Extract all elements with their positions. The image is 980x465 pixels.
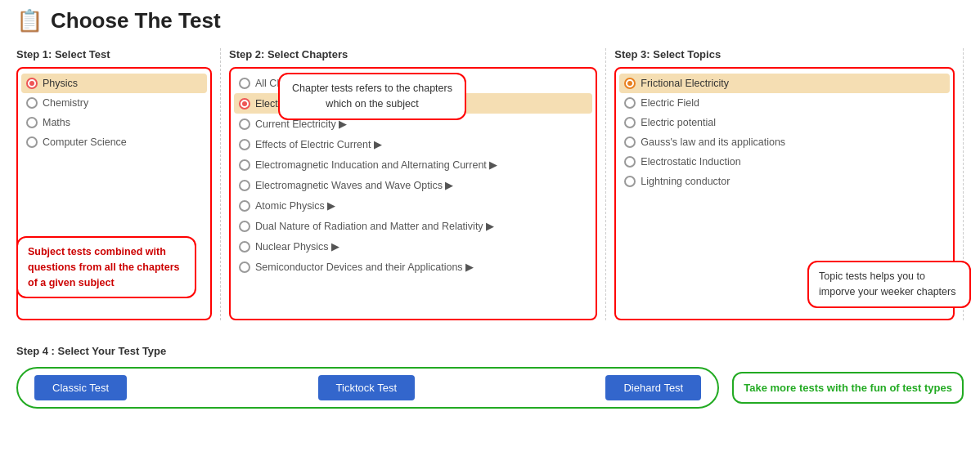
radio-physics — [26, 78, 38, 89]
radio-all-chapters — [239, 78, 250, 89]
step2-item-label-all-chapters: All Chapters — [255, 78, 311, 89]
radio-current-electricity — [239, 118, 250, 130]
step3-item-label-gauss-law: Gauss's law and its applications — [641, 136, 785, 148]
step2-item-label-semiconductor-devices: Semiconductor Devices and their Applicat… — [255, 261, 474, 273]
radio-electromagnetic-waves — [239, 180, 250, 191]
step4-buttons-inner: Classic TestTicktock TestDiehard Test — [16, 367, 719, 409]
radio-atomic-physics — [239, 200, 250, 212]
step2-label: Step 2: Select Chapters — [229, 48, 597, 60]
step3-item-label-electric-field: Electric Field — [641, 97, 699, 109]
step1-item-chemistry[interactable]: Chemistry — [21, 93, 207, 113]
step2-item-label-atomic-physics: Atomic Physics ▶ — [255, 199, 335, 212]
step2-item-electromagnetic-waves[interactable]: Electromagnetic Waves and Wave Optics ▶ — [234, 175, 592, 195]
step3-item-electrostatic-induction[interactable]: Electrostatic Induction — [619, 152, 950, 172]
step2-item-current-electricity[interactable]: Current Electricity ▶ — [234, 114, 592, 134]
step2-item-atomic-physics[interactable]: Atomic Physics ▶ — [234, 195, 592, 216]
step3-item-electric-field[interactable]: Electric Field — [619, 93, 950, 113]
step3-col: Step 3: Select Topics Frictional Electri… — [606, 48, 964, 320]
step2-item-effects-electric-current[interactable]: Effects of Electric Current ▶ — [234, 134, 592, 154]
diehard-test-button[interactable]: Diehard Test — [605, 375, 701, 400]
radio-nuclear-physics — [239, 241, 250, 253]
step1-item-physics[interactable]: Physics — [21, 74, 207, 93]
step3-label: Step 3: Select Topics — [614, 48, 955, 60]
radio-electrostatic-induction — [624, 156, 636, 168]
step3-item-lightning-conductor[interactable]: Lightning conductor — [619, 172, 950, 191]
step1-item-label-computer-science: Computer Science — [43, 136, 127, 148]
classic-test-button[interactable]: Classic Test — [34, 375, 127, 400]
radio-maths — [26, 117, 38, 128]
radio-computer-science — [26, 136, 38, 148]
step3-item-label-lightning-conductor: Lightning conductor — [641, 176, 730, 187]
step1-item-label-maths: Maths — [43, 117, 70, 128]
step2-item-label-electromagnetic-waves: Electromagnetic Waves and Wave Optics ▶ — [255, 179, 454, 191]
step2-item-semiconductor-devices[interactable]: Semiconductor Devices and their Applicat… — [234, 257, 592, 277]
step2-item-label-current-electricity: Current Electricity ▶ — [255, 118, 347, 130]
step3-item-electric-potential[interactable]: Electric potential — [619, 113, 950, 132]
step2-item-label-electrostatics: Electrostatics ▶ — [255, 97, 327, 110]
radio-dual-nature — [239, 221, 250, 232]
step3-item-frictional-electricity[interactable]: Frictional Electricity — [619, 74, 950, 93]
step2-item-dual-nature[interactable]: Dual Nature of Radiation and Matter and … — [234, 216, 592, 236]
step2-item-label-nuclear-physics: Nuclear Physics ▶ — [255, 240, 339, 253]
step1-tooltip: Subject tests combined with questions fr… — [16, 236, 196, 298]
step4-buttons-wrapper: Classic TestTicktock TestDiehard Test Ta… — [16, 367, 964, 409]
steps-row: Step 1: Select Test PhysicsChemistryMath… — [16, 48, 964, 320]
radio-electric-potential — [624, 117, 636, 128]
step4-section: Step 4 : Select Your Test Type Classic T… — [16, 337, 964, 409]
page-title-icon: 📋 — [16, 8, 43, 34]
step2-list: All ChaptersElectrostatics ▶Current Elec… — [229, 67, 597, 320]
step1-col: Step 1: Select Test PhysicsChemistryMath… — [16, 48, 221, 320]
step4-tooltip: Take more tests with the fun of test typ… — [732, 372, 964, 405]
step2-item-label-dual-nature: Dual Nature of Radiation and Matter and … — [255, 220, 494, 232]
step1-label: Step 1: Select Test — [16, 48, 212, 60]
radio-effects-electric-current — [239, 139, 250, 150]
step3-item-label-electrostatic-induction: Electrostatic Induction — [641, 156, 740, 168]
step2-item-all-chapters[interactable]: All Chapters — [234, 74, 592, 93]
step3-item-label-frictional-electricity: Frictional Electricity — [641, 78, 729, 89]
step1-item-maths[interactable]: Maths — [21, 113, 207, 132]
step1-item-label-physics: Physics — [43, 78, 78, 89]
step1-item-label-chemistry: Chemistry — [43, 97, 88, 109]
page-title-text: Choose The Test — [51, 8, 221, 34]
step3-list: Frictional ElectricityElectric FieldElec… — [614, 67, 955, 320]
step2-item-label-effects-electric-current: Effects of Electric Current ▶ — [255, 138, 382, 150]
step2-item-electrostatics[interactable]: Electrostatics ▶ — [234, 93, 592, 114]
step1-item-computer-science[interactable]: Computer Science — [21, 132, 207, 152]
radio-frictional-electricity — [624, 78, 636, 89]
radio-electric-field — [624, 97, 636, 109]
radio-electrostatics — [239, 98, 250, 110]
step2-col: Step 2: Select Chapters All ChaptersElec… — [221, 48, 606, 320]
step2-item-electromagnetic-induction[interactable]: Electromagnetic Inducation and Alternati… — [234, 154, 592, 175]
radio-chemistry — [26, 97, 38, 109]
step2-item-label-electromagnetic-induction: Electromagnetic Inducation and Alternati… — [255, 159, 497, 171]
page-title: 📋 Choose The Test — [16, 8, 964, 34]
step3-item-gauss-law[interactable]: Gauss's law and its applications — [619, 132, 950, 152]
step3-item-label-electric-potential: Electric potential — [641, 117, 716, 128]
step4-label: Step 4 : Select Your Test Type — [16, 345, 964, 357]
ticktock-test-button[interactable]: Ticktock Test — [318, 375, 415, 400]
radio-electromagnetic-induction — [239, 159, 250, 171]
radio-semiconductor-devices — [239, 262, 250, 273]
step2-item-nuclear-physics[interactable]: Nuclear Physics ▶ — [234, 236, 592, 257]
radio-gauss-law — [624, 136, 636, 148]
radio-lightning-conductor — [624, 176, 636, 187]
